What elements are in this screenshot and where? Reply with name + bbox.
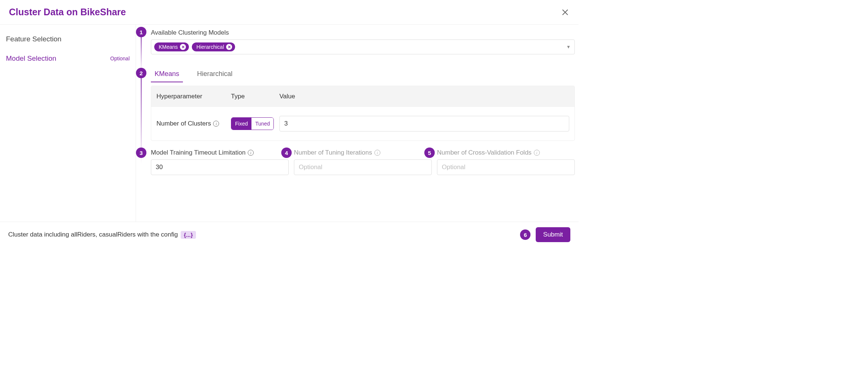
info-icon[interactable]: i [534,150,540,156]
dialog-header: Cluster Data on BikeShare [0,0,579,25]
iterations-input[interactable] [294,159,432,175]
folds-label-text: Number of Cross-Validation Folds [437,149,532,156]
footer-summary-text: Cluster data including allRiders, casual… [8,231,178,238]
folds-label: Number of Cross-Validation Folds i [437,149,575,156]
footer-summary: Cluster data including allRiders, casual… [8,231,196,239]
sidebar-item-model-selection[interactable]: Model Selection Optional [6,51,130,70]
footer-actions: 6 Submit [520,227,570,242]
table-header-row: Hyperparameter Type Value [151,86,574,107]
step-badge-4: 4 [281,148,292,158]
info-icon[interactable]: i [248,150,254,156]
timeout-input[interactable] [151,159,289,175]
tab-kmeans[interactable]: KMeans [151,67,183,82]
model-chip-kmeans: KMeans ✕ [154,42,189,51]
step-badge-2: 2 [136,68,146,78]
chip-label: Hierarchical [196,44,224,50]
param-iterations: 4 Number of Tuning Iterations i [294,149,432,175]
col-header-hyperparameter: Hyperparameter [156,93,231,100]
clusters-value-input[interactable] [279,116,569,131]
hyperparameter-table: Hyperparameter Type Value Number of Clus… [151,86,575,141]
section-model-config: 2 KMeans Hierarchical Hyperparameter Typ… [136,67,575,141]
timeout-label-text: Model Training Timeout Limitation [151,149,245,156]
step-badge-1: 1 [136,27,146,37]
col-header-type: Type [231,93,279,100]
step-badge-3: 3 [136,148,146,158]
toggle-fixed[interactable]: Fixed [231,118,251,130]
toggle-tuned[interactable]: Tuned [251,118,273,130]
available-models-label: Available Clustering Models [151,29,575,37]
hp-type-toggle: Fixed Tuned [231,117,279,130]
dialog-footer: Cluster data including allRiders, casual… [0,222,579,247]
tab-hierarchical[interactable]: Hierarchical [193,67,236,82]
sidebar-item-label: Model Selection [6,54,56,63]
sidebar-item-optional-tag: Optional [110,56,130,61]
model-tabs: KMeans Hierarchical [151,67,575,83]
close-icon[interactable] [561,8,570,17]
iterations-label: Number of Tuning Iterations i [294,149,432,156]
timeout-label: Model Training Timeout Limitation i [151,149,289,156]
section-available-models: 1 Available Clustering Models KMeans ✕ H… [136,27,575,54]
submit-button[interactable]: Submit [536,227,570,242]
sidebar-item-feature-selection[interactable]: Feature Selection [6,31,130,51]
chevron-down-icon[interactable]: ▼ [566,44,571,50]
hyperparameter-name: Number of Clusters i [156,120,231,127]
sidebar: Feature Selection Model Selection Option… [0,25,136,225]
chip-label: KMeans [159,44,178,50]
chip-remove-icon[interactable]: ✕ [180,44,186,50]
step-connector [141,37,142,71]
info-icon[interactable]: i [213,121,219,127]
config-chip[interactable]: {...} [181,231,196,239]
chip-remove-icon[interactable]: ✕ [226,44,232,50]
hp-name-text: Number of Clusters [156,120,211,127]
available-models-select[interactable]: KMeans ✕ Hierarchical ✕ ▼ [151,39,575,54]
info-icon[interactable]: i [374,150,380,156]
table-row: Number of Clusters i Fixed Tuned [151,107,574,140]
main-panel: 1 Available Clustering Models KMeans ✕ H… [136,25,579,225]
folds-input[interactable] [437,159,575,175]
hp-value-cell [279,116,569,131]
model-chip-hierarchical: Hierarchical ✕ [192,42,235,51]
param-timeout: 3 Model Training Timeout Limitation i [151,149,289,175]
training-params-row: 3 Model Training Timeout Limitation i 4 … [136,149,575,175]
sidebar-item-label: Feature Selection [6,35,61,43]
col-header-value: Value [279,93,569,100]
fixed-tuned-toggle: Fixed Tuned [231,117,274,130]
iterations-label-text: Number of Tuning Iterations [294,149,372,156]
page-title: Cluster Data on BikeShare [9,7,126,18]
dialog-body: Feature Selection Model Selection Option… [0,25,579,225]
step-badge-6: 6 [520,229,530,240]
param-folds: 5 Number of Cross-Validation Folds i [437,149,575,175]
step-badge-5: 5 [424,148,435,158]
